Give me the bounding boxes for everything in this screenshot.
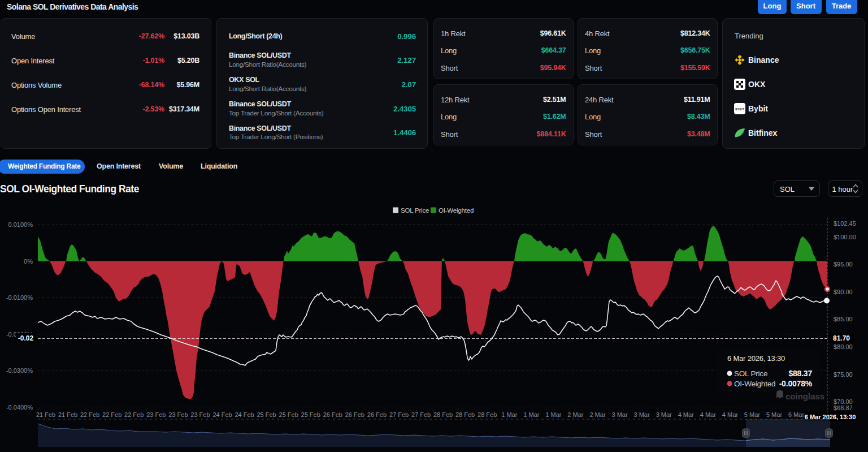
svg-text:24 Feb: 24 Feb <box>212 411 232 418</box>
svg-text:$100.00: $100.00 <box>834 234 856 240</box>
svg-text:$90.00: $90.00 <box>834 289 853 295</box>
svg-text:OI-Weighted: OI-Weighted <box>439 207 474 214</box>
svg-text:24 Feb: 24 Feb <box>235 411 254 418</box>
svg-text:26 Feb: 26 Feb <box>345 411 364 418</box>
svg-text:28 Feb: 28 Feb <box>455 411 475 418</box>
svg-text:5 Mar: 5 Mar <box>744 411 760 418</box>
svg-text:0%: 0% <box>24 258 33 265</box>
svg-text:3 Mar: 3 Mar <box>656 411 672 418</box>
svg-text:coinglass: coinglass <box>785 391 824 401</box>
svg-text:23 Feb: 23 Feb <box>190 411 210 418</box>
svg-text:2 Mar: 2 Mar <box>589 411 605 418</box>
svg-text:4 Mar: 4 Mar <box>722 411 738 418</box>
svg-text:22 Feb: 22 Feb <box>80 411 99 418</box>
svg-text:OI-Weighted: OI-Weighted <box>734 380 775 388</box>
svg-text:-0.0078%: -0.0078% <box>779 379 813 388</box>
svg-text:$102.45: $102.45 <box>834 220 856 227</box>
svg-text:1 Mar: 1 Mar <box>501 411 517 418</box>
svg-text:SOL Price: SOL Price <box>734 369 767 378</box>
svg-text:$75.00: $75.00 <box>834 371 853 378</box>
svg-text:81.70: 81.70 <box>833 334 850 342</box>
svg-text:2 Mar: 2 Mar <box>567 411 583 418</box>
svg-text:4 Mar: 4 Mar <box>678 411 694 418</box>
svg-text:27 Feb: 27 Feb <box>411 411 431 418</box>
svg-text:22 Feb: 22 Feb <box>124 411 144 418</box>
svg-text:26 Feb: 26 Feb <box>367 411 387 418</box>
svg-text:3 Mar: 3 Mar <box>634 411 650 418</box>
svg-text:22 Feb: 22 Feb <box>102 411 121 418</box>
svg-text:25 Feb: 25 Feb <box>301 411 320 418</box>
svg-text:23 Feb: 23 Feb <box>168 411 188 418</box>
svg-text:SOL Price: SOL Price <box>401 207 429 214</box>
svg-text:6 Mar 2026, 13:30: 6 Mar 2026, 13:30 <box>727 354 785 363</box>
svg-text:27 Feb: 27 Feb <box>389 411 409 418</box>
svg-text:28 Feb: 28 Feb <box>478 411 497 418</box>
svg-text:1 Mar: 1 Mar <box>523 411 539 418</box>
svg-text:25 Feb: 25 Feb <box>257 411 276 418</box>
svg-text:25 Feb: 25 Feb <box>279 411 298 418</box>
svg-text:21 Feb: 21 Feb <box>58 411 77 418</box>
svg-text:23 Feb: 23 Feb <box>146 411 166 418</box>
svg-text:5 Mar: 5 Mar <box>766 411 782 418</box>
svg-text:-0.0400%: -0.0400% <box>6 404 33 411</box>
svg-text:$88.37: $88.37 <box>788 369 812 378</box>
svg-text:$68.87: $68.87 <box>834 404 853 411</box>
svg-text:28 Feb: 28 Feb <box>433 411 453 418</box>
svg-text:6 Mar: 6 Mar <box>788 411 804 418</box>
svg-text:4 Mar: 4 Mar <box>700 411 716 418</box>
svg-text:21 Feb: 21 Feb <box>36 411 55 418</box>
svg-text:-0.0300%: -0.0300% <box>6 367 33 374</box>
svg-text:3 Mar: 3 Mar <box>612 411 628 418</box>
svg-text:$85.00: $85.00 <box>834 316 853 322</box>
svg-text:26 Feb: 26 Feb <box>323 411 342 418</box>
svg-text:-0.02: -0.02 <box>18 334 34 342</box>
svg-text:-0.0100%: -0.0100% <box>6 294 33 301</box>
svg-text:$80.00: $80.00 <box>834 343 853 350</box>
svg-text:1 Mar: 1 Mar <box>545 411 561 418</box>
svg-text:0.0100%: 0.0100% <box>8 221 33 228</box>
svg-text:$95.00: $95.00 <box>834 261 853 268</box>
